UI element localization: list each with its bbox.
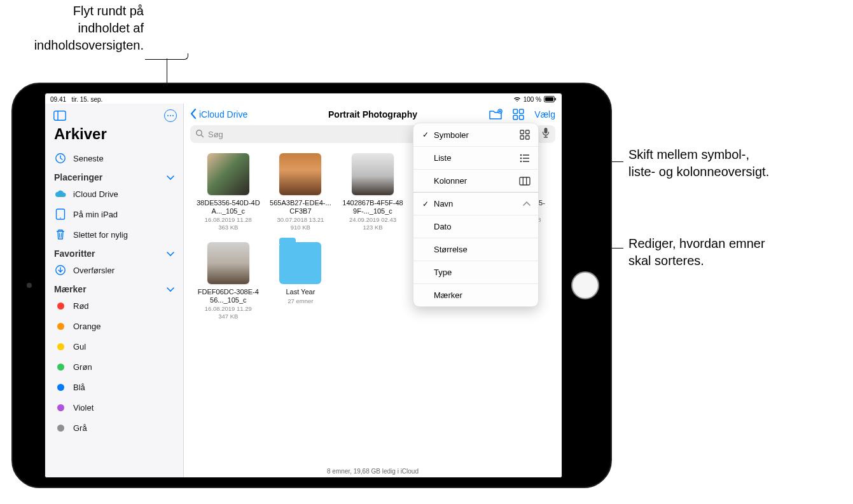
ipad-icon [54, 208, 67, 221]
item-name: 38DE5356-540D-4DA..._105_c [197, 199, 260, 215]
main-pane: iCloud Drive Portrait Photography Vælg [184, 104, 562, 477]
battery-percent: 100 % [524, 96, 541, 103]
image-thumbnail [352, 153, 394, 195]
svg-rect-1 [545, 97, 553, 101]
tag-dot-icon [54, 360, 67, 373]
tag-dot-icon [54, 340, 67, 353]
callout-top: Flyt rundt på indholdet af indholdsovers… [9, 3, 144, 54]
status-date: tir. 15. sep. [71, 96, 102, 103]
sidebar: Arkiver Seneste Placeringer [45, 104, 184, 477]
clock-icon [54, 152, 67, 165]
toolbar: iCloud Drive Portrait Photography Vælg [184, 104, 562, 125]
page-title: Portrait Photography [328, 109, 417, 119]
sidebar-title: Arkiver [45, 124, 183, 148]
battery-icon [544, 96, 557, 102]
new-folder-button[interactable] [489, 107, 503, 121]
svg-rect-12 [513, 109, 518, 114]
sidebar-recent-label: Seneste [73, 154, 104, 163]
sidebar-tag-grå[interactable]: Grå [49, 418, 179, 438]
sidebar-toggle-button[interactable] [52, 107, 68, 124]
svg-rect-13 [520, 109, 524, 114]
view-sort-popover: ✓SymbolerListeKolonner ✓NavnDatoStørrels… [413, 123, 539, 307]
image-thumbnail [207, 153, 249, 195]
tag-dot-icon [54, 401, 67, 414]
chevron-left-icon [190, 109, 197, 121]
svg-point-25 [520, 157, 522, 159]
item-meta: 16.08.2019 11.29347 KB [205, 305, 252, 320]
svg-point-7 [60, 217, 61, 219]
callout-view-switch: Skift mellem symbol-, liste- og kolonneo… [628, 146, 769, 180]
sidebar-tag-gul[interactable]: Gul [49, 336, 179, 357]
sidebar-locations-head[interactable]: Placeringer [49, 168, 179, 184]
file-item[interactable]: FDEF06DC-308E-456..._105_c 16.08.2019 11… [195, 242, 261, 320]
item-name: FDEF06DC-308E-456..._105_c [197, 288, 260, 304]
popover-sort-størrelse[interactable]: Størrelse [413, 238, 538, 261]
select-button[interactable]: Vælg [534, 109, 555, 119]
svg-rect-14 [513, 116, 518, 120]
sidebar-item-downloads[interactable]: Overførsler [49, 260, 179, 280]
sidebar-tag-orange[interactable]: Orange [49, 316, 179, 336]
sidebar-tags-head[interactable]: Mærker [49, 280, 179, 296]
sidebar-tag-violet[interactable]: Violet [49, 397, 179, 418]
check-icon: ✓ [421, 200, 430, 208]
svg-rect-15 [520, 116, 524, 120]
popover-view-liste[interactable]: Liste [413, 147, 538, 170]
back-label: iCloud Drive [199, 109, 247, 119]
list-icon [519, 154, 531, 163]
file-item[interactable]: 1402867B-4F5F-489F-..._105_c 24.09.2019 … [340, 153, 406, 231]
popover-sort-navn[interactable]: ✓Navn [413, 193, 538, 215]
image-thumbnail [279, 153, 321, 195]
home-button[interactable] [571, 271, 599, 299]
sidebar-item-ipad[interactable]: På min iPad [49, 204, 179, 224]
sidebar-tag-blå[interactable]: Blå [49, 377, 179, 397]
tag-dot-icon [54, 381, 67, 393]
svg-rect-2 [555, 98, 557, 100]
popover-sort-dato[interactable]: Dato [413, 215, 538, 238]
popover-view-symboler[interactable]: ✓Symboler [413, 123, 538, 147]
svg-rect-19 [520, 130, 524, 134]
sidebar-item-trash[interactable]: Slettet for nylig [49, 224, 179, 245]
svg-point-23 [520, 154, 522, 156]
file-item[interactable]: 565A3B27-EDE4-...CF3B7 30.07.2018 13.219… [268, 153, 334, 231]
item-meta: 24.09.2019 02.43123 KB [349, 216, 396, 231]
tag-dot-icon [54, 421, 67, 434]
sidebar-tag-grøn[interactable]: Grøn [49, 357, 179, 377]
more-options-button[interactable] [164, 109, 177, 122]
check-icon: ✓ [421, 130, 430, 139]
popover-sort-mærker[interactable]: Mærker [413, 284, 538, 306]
popover-view-kolonner[interactable]: Kolonner [413, 170, 538, 193]
sidebar-tag-rød[interactable]: Rød [49, 296, 179, 316]
item-name: 565A3B27-EDE4-...CF3B7 [268, 199, 332, 215]
svg-rect-3 [54, 111, 66, 120]
callout-sort: Rediger, hvordan emner skal sorteres. [628, 235, 765, 269]
item-meta: 27 emner [288, 297, 313, 304]
chevron-down-icon [167, 172, 174, 182]
search-placeholder: Søg [208, 130, 223, 139]
folder-item[interactable]: Last Year 27 emner [268, 242, 334, 320]
chevron-down-icon [167, 249, 174, 259]
ipad-frame: 09.41 tir. 15. sep. 100 % [11, 83, 612, 488]
search-icon [195, 129, 204, 140]
popover-sort-type[interactable]: Type [413, 261, 538, 284]
svg-rect-20 [526, 130, 530, 134]
app: Arkiver Seneste Placeringer [45, 104, 562, 477]
svg-rect-21 [520, 136, 524, 140]
folder-icon [279, 242, 321, 284]
back-button[interactable]: iCloud Drive [190, 109, 247, 121]
dictation-button[interactable] [536, 125, 555, 143]
file-item[interactable]: 38DE5356-540D-4DA..._105_c 16.08.2019 11… [195, 153, 261, 231]
sidebar-recent[interactable]: Seneste [49, 148, 179, 168]
sidebar-item-icloud[interactable]: iCloud Drive [49, 184, 179, 204]
tag-dot-icon [54, 299, 67, 312]
download-icon [54, 264, 67, 276]
sidebar-favorites-head[interactable]: Favoritter [49, 245, 179, 260]
camera-dot [27, 283, 32, 288]
status-time: 09.41 [50, 96, 66, 103]
grid-icon [519, 130, 531, 140]
status-left: 09.41 tir. 15. sep. [50, 96, 102, 103]
columns-icon [519, 177, 531, 186]
view-options-button[interactable] [511, 107, 525, 121]
wifi-icon [513, 96, 521, 102]
svg-point-27 [520, 160, 522, 162]
callout-curve-top [145, 53, 188, 60]
